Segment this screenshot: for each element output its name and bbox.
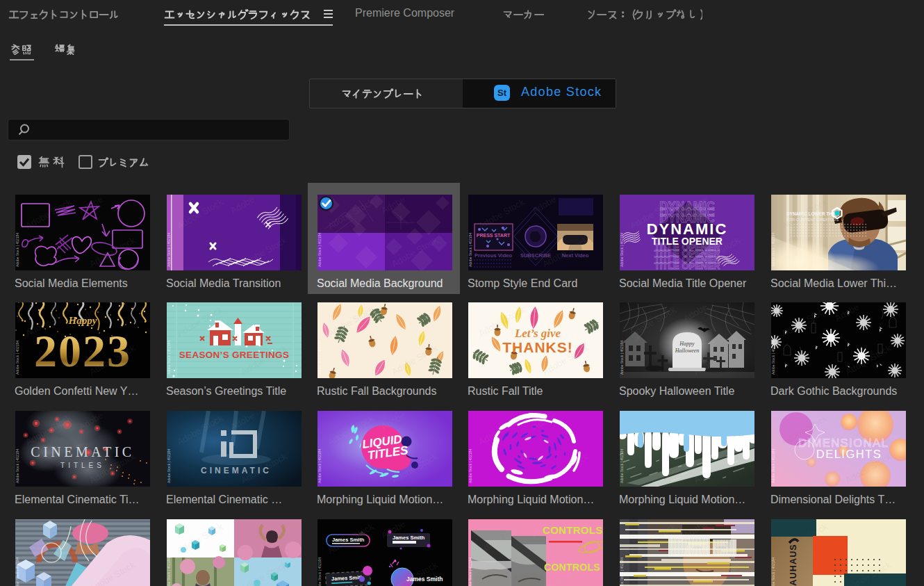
svg-text:Previous Video: Previous Video — [475, 252, 512, 259]
svg-text:Adobe Stock | 452184: Adobe Stock | 452184 — [317, 233, 322, 267]
svg-text:Adobe Stock | 452184: Adobe Stock | 452184 — [771, 233, 775, 267]
svg-text:Adobe Stock | 452184: Adobe Stock | 452184 — [317, 341, 322, 375]
svg-text:TITLE OPENER: TITLE OPENER — [652, 236, 723, 247]
svg-text:Adobe Stock | 452184: Adobe Stock | 452184 — [15, 341, 19, 375]
svg-text:Adobe Stock | 452184: Adobe Stock | 452184 — [468, 449, 472, 483]
svg-text:Adobe Stock | 452184: Adobe Stock | 452184 — [317, 557, 322, 586]
svg-text:Adobe Stock | 452184: Adobe Stock | 452184 — [317, 449, 322, 483]
svg-text:Adobe Stock | 452184: Adobe Stock | 452184 — [468, 341, 472, 375]
svg-text:Adobe Stock | 452184: Adobe Stock | 452184 — [468, 233, 472, 267]
svg-text:Adobe Stock | 452184: Adobe Stock | 452184 — [620, 341, 624, 375]
svg-text:Adobe Stock | 452184: Adobe Stock | 452184 — [15, 233, 19, 267]
svg-text:Adobe Stock | 452184: Adobe Stock | 452184 — [167, 557, 171, 586]
svg-text:Adobe Stock | 452184: Adobe Stock | 452184 — [771, 341, 775, 375]
svg-text:Adobe Stock | 452184: Adobe Stock | 452184 — [620, 233, 624, 267]
svg-text:Adobe Stock | 452184: Adobe Stock | 452184 — [620, 449, 624, 483]
svg-text:Let’s give: Let’s give — [514, 327, 561, 340]
svg-text:Happy: Happy — [679, 341, 695, 347]
svg-text:PRESS START: PRESS START — [477, 233, 511, 238]
svg-text:Adobe Stock | 452184: Adobe Stock | 452184 — [771, 449, 775, 483]
svg-text:DELIGHTS: DELIGHTS — [816, 448, 882, 460]
svg-text:Adobe Stock | 452184: Adobe Stock | 452184 — [468, 557, 472, 586]
svg-text:TITLE OPENER: TITLE OPENER — [654, 261, 720, 270]
svg-text:TITLES: TITLES — [60, 462, 105, 469]
svg-text:Adobe Stock | 452184: Adobe Stock | 452184 — [15, 557, 19, 586]
svg-text:CINEMATIC: CINEMATIC — [31, 444, 134, 459]
svg-text:Adobe Stock | 452184: Adobe Stock | 452184 — [620, 557, 624, 586]
svg-text:Adobe Stock | 452184: Adobe Stock | 452184 — [167, 449, 171, 483]
svg-text:Adobe Stock | 452184: Adobe Stock | 452184 — [167, 341, 171, 375]
svg-text:James Smith: James Smith — [393, 535, 425, 541]
svg-text:Adobe Stock | 452184: Adobe Stock | 452184 — [15, 449, 19, 483]
svg-text:Adobe Stock | 452184: Adobe Stock | 452184 — [771, 557, 775, 586]
svg-text:THANKS!: THANKS! — [502, 339, 573, 355]
svg-text:Adobe Stock | 452184: Adobe Stock | 452184 — [167, 233, 171, 267]
svg-text:Halloween: Halloween — [675, 348, 700, 354]
